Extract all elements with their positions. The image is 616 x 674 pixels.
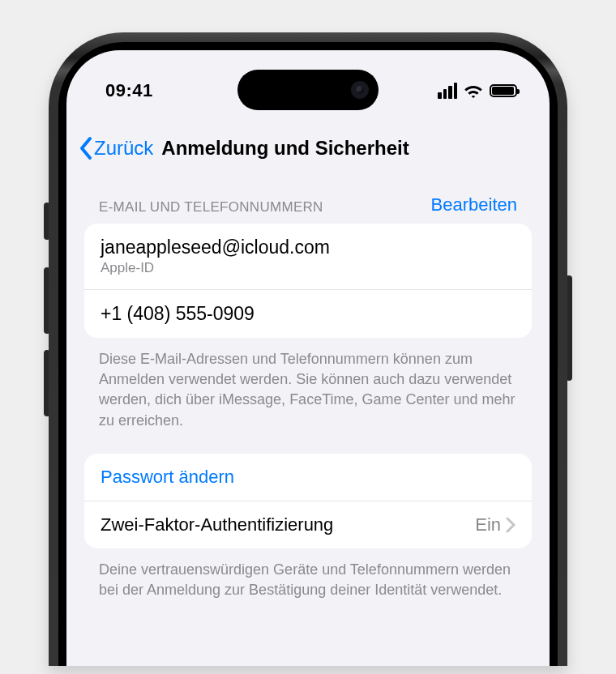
phone-value: +1 (408) 555-0909 — [101, 303, 515, 325]
status-time: 09:41 — [105, 80, 153, 101]
phone-frame: 09:41 — [49, 32, 567, 666]
contacts-footer: Diese E-Mail-Adressen und Telefonnummern… — [84, 338, 532, 431]
edit-button[interactable]: Bearbeiten — [431, 194, 517, 215]
email-sublabel: Apple-ID — [101, 260, 515, 276]
security-card: Passwort ändern Zwei-Faktor-Authentifizi… — [84, 454, 532, 548]
change-password-row[interactable]: Passwort ändern — [84, 454, 532, 501]
change-password-label: Passwort ändern — [101, 467, 515, 488]
two-factor-value: Ein — [475, 514, 501, 535]
contacts-card: janeappleseed@icloud.com Apple-ID +1 (40… — [84, 224, 532, 338]
back-button[interactable]: Zurück — [78, 136, 153, 160]
cellular-signal-icon — [438, 83, 457, 99]
wifi-icon — [464, 83, 483, 98]
two-factor-row[interactable]: Zwei-Faktor-Authentifizierung Ein — [84, 501, 532, 548]
section-header-label: E-MAIL UND TELEFONNUMMERN — [99, 199, 323, 215]
two-factor-label: Zwei-Faktor-Authentifizierung — [101, 514, 333, 535]
chevron-right-icon — [506, 517, 515, 533]
phone-row[interactable]: +1 (408) 555-0909 — [84, 289, 532, 338]
email-row[interactable]: janeappleseed@icloud.com Apple-ID — [84, 224, 532, 289]
section-header-contacts: E-MAIL UND TELEFONNUMMERN Bearbeiten — [84, 180, 532, 224]
chevron-left-icon — [78, 136, 92, 160]
battery-icon — [490, 84, 517, 97]
page-title: Anmeldung und Sicherheit — [161, 137, 409, 160]
security-footer: Deine vertrauenswürdigen Geräte und Tele… — [84, 548, 532, 600]
email-value: janeappleseed@icloud.com — [101, 237, 515, 258]
status-bar: 09:41 — [66, 50, 550, 115]
screen: 09:41 — [66, 50, 550, 666]
back-label: Zurück — [94, 137, 153, 160]
